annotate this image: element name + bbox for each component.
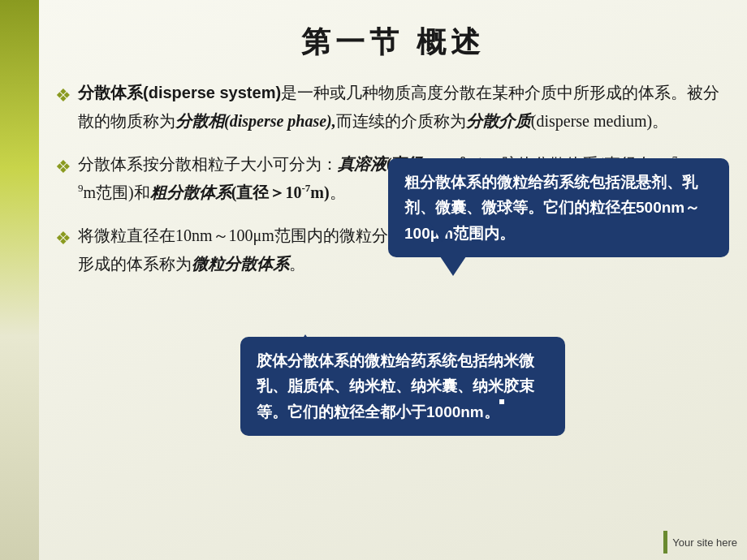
tooltip1-text: 粗分散体系的微粒给药系统包括混悬剂、乳剂、微囊、微球等。它们的粒径在500nm～…: [404, 174, 700, 242]
title-area: 第一节 概述: [39, 0, 747, 79]
left-decorative-bar: [0, 0, 39, 560]
bullet-icon-3: ❖: [55, 223, 71, 253]
watermark-text: Your site here: [672, 536, 737, 549]
page-title: 第一节 概述: [71, 23, 715, 62]
term-coarse-dispersion: 粗分散体系: [150, 183, 231, 201]
bullet-icon-2: ❖: [55, 152, 71, 182]
coarse-size: (直径＞10-7m): [231, 183, 330, 201]
term-microparticle-dispersion: 微粒分散体系: [192, 255, 289, 273]
tooltip-coarse-dispersion: 粗分散体系的微粒给药系统包括混悬剂、乳剂、微囊、微球等。它们的粒径在500nm～…: [388, 158, 729, 257]
watermark-bar: [663, 531, 667, 554]
term-disperse-system: 分散体系(disperse system): [78, 84, 281, 101]
main-content: 第一节 概述 ❖ 分散体系(disperse system)是一种或几种物质高度…: [39, 0, 747, 560]
bullet-text-1: 分散体系(disperse system)是一种或几种物质高度分散在某种介质中所…: [78, 79, 723, 136]
watermark-area: Your site here: [663, 531, 737, 554]
bullet-icon-1: ❖: [55, 80, 71, 110]
bullet-item-1: ❖ 分散体系(disperse system)是一种或几种物质高度分散在某种介质…: [55, 79, 723, 136]
tooltip-colloidal-dispersion: 胶体分散体系的微粒给药系统包括纳米微乳、脂质体、纳米粒、纳米囊、纳米胶束等。它们…: [240, 337, 565, 436]
tooltip2-text: 胶体分散体系的微粒给药系统包括纳米微乳、脂质体、纳米粒、纳米囊、纳米胶束等。它们…: [257, 352, 534, 420]
term-disperse-phase: 分散相(disperse phase),: [175, 112, 336, 130]
term-disperse-medium: 分散介质: [466, 112, 531, 130]
term-true-solution: 真溶液: [338, 155, 386, 173]
